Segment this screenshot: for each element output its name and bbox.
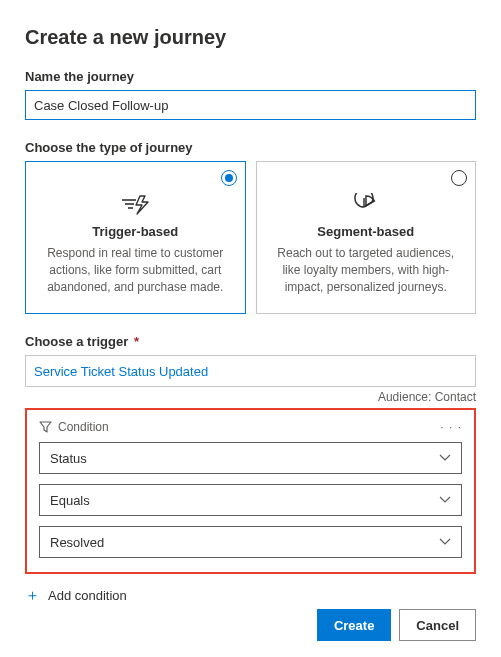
condition-box: Condition · · · Status Equals Resolved xyxy=(25,408,476,574)
cancel-button[interactable]: Cancel xyxy=(399,609,476,641)
more-icon[interactable]: · · · xyxy=(440,420,462,434)
add-condition-button[interactable]: ＋ Add condition xyxy=(25,586,476,605)
card-title: Segment-based xyxy=(271,224,462,239)
chevron-down-icon xyxy=(439,538,451,546)
radio-unselected[interactable] xyxy=(451,170,467,186)
condition-label: Condition xyxy=(58,420,109,434)
filter-icon xyxy=(39,421,52,433)
type-label: Choose the type of journey xyxy=(25,140,476,155)
page-title: Create a new journey xyxy=(25,26,476,49)
journey-type-trigger-card[interactable]: Trigger-based Respond in real time to cu… xyxy=(25,161,246,314)
lightning-icon xyxy=(40,192,231,218)
journey-type-segment-card[interactable]: Segment-based Reach out to targeted audi… xyxy=(256,161,477,314)
name-label: Name the journey xyxy=(25,69,476,84)
card-text: Reach out to targeted audiences, like lo… xyxy=(271,245,462,295)
plus-icon: ＋ xyxy=(25,586,40,605)
card-text: Respond in real time to customer actions… xyxy=(40,245,231,295)
journey-name-input[interactable] xyxy=(25,90,476,120)
condition-operator-select[interactable]: Equals xyxy=(39,484,462,516)
create-button[interactable]: Create xyxy=(317,609,391,641)
chevron-down-icon xyxy=(439,496,451,504)
radio-selected[interactable] xyxy=(221,170,237,186)
audience-text: Audience: Contact xyxy=(25,390,476,404)
card-title: Trigger-based xyxy=(40,224,231,239)
trigger-label: Choose a trigger * xyxy=(25,334,476,349)
trigger-select[interactable]: Service Ticket Status Updated xyxy=(25,355,476,387)
required-asterisk: * xyxy=(130,334,139,349)
chevron-down-icon xyxy=(439,454,451,462)
condition-value-select[interactable]: Resolved xyxy=(39,526,462,558)
condition-attribute-select[interactable]: Status xyxy=(39,442,462,474)
pie-chart-icon xyxy=(271,192,462,218)
